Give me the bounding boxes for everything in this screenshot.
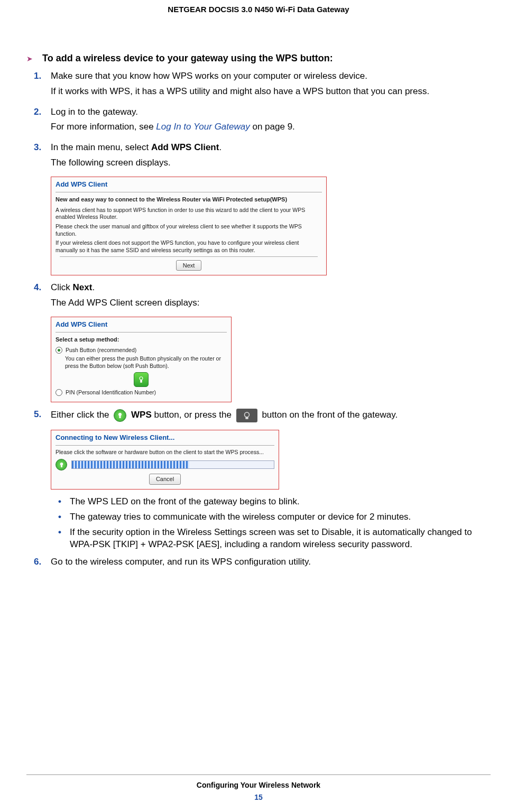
step-3: 3. In the main menu, select Add WPS Clie… — [26, 142, 491, 172]
bullet-text: The gateway tries to communicate with th… — [70, 511, 491, 523]
dialog-title: Add WPS Client — [51, 317, 231, 330]
dialog-text: Please click the software or hardware bu… — [56, 449, 274, 456]
next-button[interactable]: Next — [176, 260, 202, 271]
dialog-title: Add WPS Client — [51, 177, 326, 190]
wps-icon — [137, 376, 145, 383]
list-item: • If the security option in the Wireless… — [51, 527, 491, 551]
bullet-icon: • — [58, 527, 70, 551]
bullet-text: If the security option in the Wireless S… — [70, 527, 491, 551]
step-2: 2. Log in to the gateway. For more infor… — [26, 106, 491, 137]
option-description: You can either press the push Button phy… — [65, 355, 227, 370]
dialog-heading: New and easy way to connect to the Wirel… — [56, 196, 322, 204]
radio-push-button[interactable] — [56, 347, 62, 354]
step-4: 4. Click Next. The Add WPS Client screen… — [26, 282, 491, 312]
step-text: Either click the WPS button, or press th… — [51, 409, 491, 422]
radio-label: PIN (Personal Identification Number) — [66, 389, 156, 396]
step-number: 5. — [34, 409, 51, 426]
step-text: The Add WPS Client screen displays: — [51, 297, 491, 309]
step-number: 4. — [34, 282, 51, 312]
step-number: 1. — [34, 70, 51, 101]
step-text: Log in to the gateway. — [51, 106, 491, 118]
dialog-text: A wireless client has to support WPS fun… — [56, 207, 322, 221]
wps-icon — [56, 459, 67, 470]
step-text: In the main menu, select Add WPS Client. — [51, 142, 491, 154]
radio-pin[interactable] — [56, 389, 62, 396]
progress-bar — [71, 460, 274, 469]
arrow-icon: ➤ — [26, 53, 33, 64]
step-6: 6. Go to the wireless computer, and run … — [26, 556, 491, 571]
dialog-subtitle: Select a setup method: — [56, 336, 227, 344]
dialog-title: Connecting to New Wireless Client... — [51, 430, 279, 443]
step-5: 5. Either click the WPS button, or press… — [26, 409, 491, 426]
dialog-text: Please check the user manual and giftbox… — [56, 223, 322, 237]
list-item: • The gateway tries to communicate with … — [51, 511, 491, 523]
page-number: 15 — [0, 792, 517, 802]
step-text: If it works with WPS, it has a WPS utili… — [51, 86, 491, 98]
step-number: 3. — [34, 142, 51, 172]
step-text: Go to the wireless computer, and run its… — [51, 556, 491, 568]
section-heading: ➤ To add a wireless device to your gatew… — [26, 52, 491, 64]
screenshot-select-setup-method: Add WPS Client Select a setup method: Pu… — [51, 317, 232, 402]
footer-section-title: Configuring Your Wireless Network — [0, 780, 517, 790]
step-text: Click Next. — [51, 282, 491, 294]
step-number: 6. — [34, 556, 51, 571]
page-footer: Configuring Your Wireless Network 15 — [0, 774, 517, 802]
screenshot-add-wps-client-intro: Add WPS Client New and easy way to conne… — [51, 177, 327, 275]
step-number: 2. — [34, 106, 51, 137]
section-heading-text: To add a wireless device to your gateway… — [42, 52, 333, 64]
cross-reference-link[interactable]: Log In to Your Gateway — [156, 122, 250, 132]
screenshot-connecting: Connecting to New Wireless Client... Ple… — [51, 430, 279, 490]
cancel-button[interactable]: Cancel — [149, 474, 181, 485]
bullet-icon: • — [58, 496, 70, 508]
radio-label: Push Button (recommended) — [66, 347, 136, 354]
step-text: The following screen displays. — [51, 157, 491, 169]
step-text: Make sure that you know how WPS works on… — [51, 70, 491, 82]
document-title: NETGEAR DOCSIS 3.0 N450 Wi-Fi Data Gatew… — [26, 4, 491, 15]
bullet-list: • The WPS LED on the front of the gatewa… — [51, 496, 491, 551]
step-1: 1. Make sure that you know how WPS works… — [26, 70, 491, 101]
wps-soft-icon — [114, 409, 126, 422]
step-text: For more information, see Log In to Your… — [51, 121, 491, 133]
bullet-icon: • — [58, 511, 70, 523]
list-item: • The WPS LED on the front of the gatewa… — [51, 496, 491, 508]
dialog-text: If your wireless client does not support… — [56, 239, 322, 254]
soft-wps-button[interactable] — [134, 372, 149, 387]
bullet-text: The WPS LED on the front of the gateway … — [70, 496, 491, 508]
hardware-wps-button-icon — [236, 409, 257, 422]
